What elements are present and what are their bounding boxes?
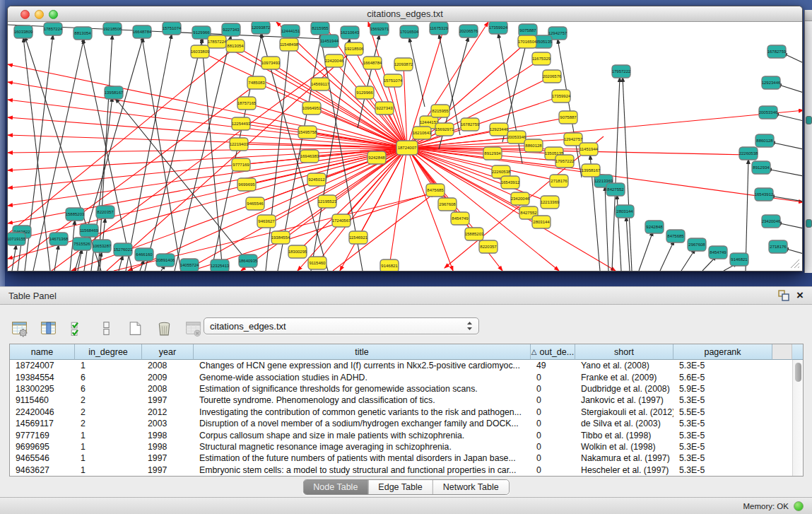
graph-node[interactable]: 15885203 [465,228,484,240]
graph-node[interactable]: 14055724 [180,259,199,271]
graph-node[interactable]: 2718176 [550,175,568,187]
graph-node[interactable]: 8220357 [96,206,114,218]
graph-node[interactable]: 9227343 [222,23,240,36]
graph-node[interactable]: 12444151 [281,25,300,37]
table-row[interactable]: 1456911722003Disruption of a novel membe… [10,418,803,429]
graph-node[interactable]: 12093872 [394,58,413,71]
zoom-window-button[interactable] [49,10,58,19]
network-file-select[interactable]: citations_edges.txt [204,317,479,334]
graph-node[interactable]: 9129966 [355,86,374,99]
graph-node[interactable]: 9463627 [257,215,276,228]
table-column-button[interactable] [37,318,59,338]
graph-node[interactable]: 16210643 [413,127,432,139]
table-row[interactable]: 1830029562008Estimation of significance … [10,383,803,395]
graph-node[interactable]: 20206576 [543,70,562,83]
graph-node[interactable]: 15751074 [384,74,403,87]
graph-node[interactable]: 13958167 [105,86,124,99]
graph-node[interactable]: 17016504 [400,25,419,38]
graph-node[interactable]: 22420046 [325,54,344,67]
graph-node[interactable]: 18640935 [239,255,258,267]
minimize-window-button[interactable] [35,10,44,19]
graph-node[interactable]: 8454749 [709,246,727,259]
tab-network-table[interactable]: Network Table [433,480,509,494]
graph-node[interactable]: 15885203 [66,208,85,221]
delete-attribute-button[interactable] [153,318,175,338]
graph-node[interactable]: 16782759 [767,45,787,58]
graph-node[interactable]: 8475685 [426,184,445,197]
close-panel-icon[interactable]: × [796,290,804,301]
graph-node[interactable]: 7515526 [73,238,91,250]
graph-node[interactable]: 2967608 [438,198,457,211]
graph-node[interactable]: 8860128 [755,134,774,147]
window-resize-grip[interactable] [788,257,801,269]
graph-node[interactable]: 15276021 [114,243,133,256]
graph-node[interactable]: 6466160 [135,248,153,261]
tab-edge-table[interactable]: Edge Table [368,480,433,494]
graph-node[interactable]: 12219403 [230,138,249,151]
graph-node[interactable]: 2803144 [616,205,634,218]
tab-node-table[interactable]: Node Table [303,480,368,494]
graph-node[interactable]: 14569117 [311,78,330,90]
scrollbar-thumb[interactable] [795,363,801,382]
graph-node[interactable]: 8215955 [431,105,449,117]
graph-node[interactable]: 16033809 [191,45,210,58]
graph-node[interactable]: 12213369 [541,196,560,209]
graph-node[interactable]: 12923446 [490,123,509,136]
graph-node[interactable]: 12093872 [252,22,271,34]
delete-table-button[interactable] [182,318,204,338]
graph-node[interactable]: 14671368 [49,233,69,245]
graph-node[interactable]: 18724007 [396,141,418,155]
graph-node[interactable]: 9245012 [307,173,326,186]
graph-node[interactable]: 11548498 [280,38,299,51]
graph-node[interactable]: 19218506 [103,23,122,35]
column-header-pagerank[interactable]: pagerank [673,344,772,360]
table-row[interactable]: 1938455462009Genome-wide association stu… [10,371,803,382]
graph-node[interactable]: 9777169 [232,158,250,171]
graph-node[interactable]: 11451944 [579,143,599,156]
graph-node[interactable]: 12325413 [211,259,230,271]
graph-node[interactable]: 10719155 [8,233,26,245]
graph-node[interactable]: 9146821 [730,253,748,266]
graph-node[interactable]: 2718176 [769,240,787,253]
graph-node[interactable]: 8912934 [483,147,502,160]
graph-node[interactable]: 19218506 [345,42,364,55]
table-row[interactable]: 946554611997Estimation of the future num… [10,452,803,464]
graph-node[interactable]: 12254493 [232,117,251,130]
graph-node[interactable]: 19384554 [271,231,290,244]
vertical-scrollbar[interactable] [792,360,803,476]
graph-node[interactable]: 16210643 [341,26,360,39]
graph-node[interactable]: 13958167 [582,164,601,177]
graph-node[interactable]: 23420046 [762,215,781,228]
float-panel-icon[interactable] [777,289,791,302]
graph-node[interactable]: 9699695 [237,178,256,191]
column-header-short[interactable]: short [575,344,673,360]
graph-node[interactable]: 11675329 [532,52,551,65]
graph-node[interactable]: 15692971 [435,123,454,136]
close-window-button[interactable] [20,10,30,19]
graph-node[interactable]: 9227343 [375,102,394,115]
graph-node[interactable]: 17957222 [555,155,575,168]
window-titlebar[interactable]: citations_edges.txt [8,6,802,22]
graph-node[interactable]: 18300295 [288,245,307,258]
graph-node[interactable]: 8813054 [73,27,92,40]
graph-node[interactable]: 16946383 [300,150,319,163]
table-row[interactable]: 969969511998Structural magnetic resonanc… [10,441,803,452]
graph-node[interactable]: 9115460 [308,257,326,269]
graph-node[interactable]: 16648784 [363,57,382,69]
graph-node[interactable]: 16782759 [461,118,480,131]
graph-node[interactable]: 16543912 [501,176,520,189]
graph-node[interactable]: 12195523 [318,195,337,208]
graph-node[interactable]: 8860128 [524,139,543,152]
graph-node[interactable]: 8813054 [226,40,245,52]
graph-node[interactable]: 11675329 [430,22,449,35]
graph-node[interactable]: 17016504 [518,35,537,48]
graph-node[interactable]: 9242848 [645,221,664,233]
column-header-year[interactable]: year [142,344,194,360]
column-header-name[interactable]: name [10,344,75,360]
graph-node[interactable]: 20206576 [459,25,478,37]
graph-node[interactable]: 2803144 [532,216,551,228]
graph-node[interactable]: 15495758 [298,126,317,139]
graph-node[interactable]: 17240567 [332,214,351,227]
graph-node[interactable]: 23420046 [511,192,530,205]
graph-node[interactable]: 11546921 [349,231,368,244]
